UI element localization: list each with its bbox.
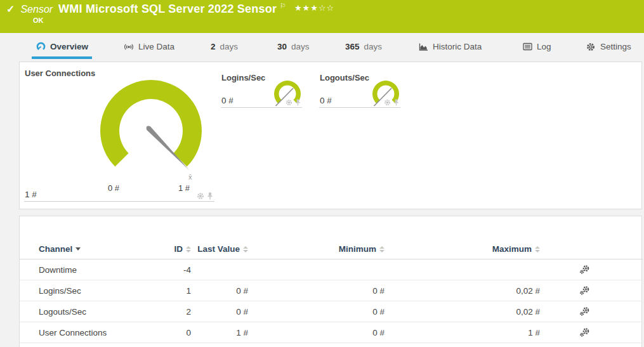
channels-table-panel: Channel ID Last Value Minimum Maximum	[19, 216, 642, 347]
status-ok-check-icon: ✓	[6, 3, 15, 15]
cell-channel: Logins/Sec	[39, 286, 172, 296]
priority-stars[interactable]: ★★★☆☆	[294, 3, 334, 13]
cell-channel: Downtime	[39, 265, 172, 275]
tab-historic-data-label: Historic Data	[433, 42, 482, 51]
sort-icon	[243, 246, 248, 252]
tab-log[interactable]: Log	[522, 33, 551, 60]
channel-settings-gears-icon[interactable]	[579, 285, 590, 296]
column-header-minimum[interactable]: Minimum	[248, 244, 384, 254]
tab-365-days-number: 365	[345, 42, 360, 51]
tab-overview-label: Overview	[50, 42, 88, 51]
status-badge: OK	[33, 16, 44, 24]
gauge-arc	[24, 67, 214, 202]
cell-channel: User Connections	[39, 328, 172, 337]
table-header-row: Channel ID Last Value Minimum Maximum	[20, 239, 643, 259]
table-row: Logins/Sec 1 0 # 0 # 0,02 #	[20, 280, 643, 301]
sort-icon	[186, 246, 191, 252]
channel-settings-gears-icon[interactable]	[579, 265, 590, 275]
cell-id: -4	[172, 265, 191, 275]
tab-365-days[interactable]: 365 days	[345, 33, 382, 60]
table-row: Logouts/Sec 2 0 # 0 # 0,02 #	[20, 301, 643, 322]
gauge-pin-icon[interactable]	[207, 192, 213, 200]
column-header-last-value[interactable]: Last Value	[191, 244, 248, 254]
overview-gauges-panel: User Connections 0 # 1 # x̄ 1 #	[19, 62, 642, 209]
column-header-channel[interactable]: Channel	[39, 244, 172, 254]
gauge-max-label: 1 #	[178, 183, 190, 193]
tab-30-days-unit: days	[291, 42, 310, 51]
gauge-settings-gear-icon[interactable]	[286, 99, 292, 106]
gauge-current-value: 0 #	[320, 96, 332, 105]
cell-last-value: 0 #	[191, 307, 248, 317]
gauge-icon	[36, 42, 46, 51]
gauge-settings-gear-icon[interactable]	[384, 99, 391, 106]
area-chart-icon	[418, 42, 428, 51]
tab-settings[interactable]: Settings	[586, 33, 631, 60]
gauge-settings-gear-icon[interactable]	[197, 192, 204, 200]
gauge-current-value: 1 #	[25, 190, 37, 199]
tab-30-days-number: 30	[277, 42, 287, 51]
gauge-logouts-sec[interactable]: Logouts/Sec 0 #	[319, 72, 400, 108]
gauge-current-value: 0 #	[221, 96, 233, 105]
flag-icon[interactable]: ⚐	[280, 2, 286, 10]
channels-table: Channel ID Last Value Minimum Maximum	[20, 239, 643, 343]
prtg-sensor-page: ✓ Sensor WMI Microsoft SQL Server 2022 S…	[0, 0, 644, 347]
cell-minimum: 0 #	[248, 286, 384, 296]
cell-maximum: 1 #	[384, 328, 540, 337]
channel-settings-gears-icon[interactable]	[579, 306, 590, 317]
tab-bar: Overview Live Data 2 days 30 days 365	[0, 33, 644, 62]
gauge-pin-icon[interactable]	[295, 99, 301, 106]
tab-2-days-number: 2	[211, 42, 216, 51]
tab-live-data[interactable]: Live Data	[124, 33, 174, 60]
log-list-icon	[522, 42, 532, 51]
cell-id: 1	[172, 286, 191, 296]
tab-live-data-label: Live Data	[138, 42, 174, 51]
column-header-maximum[interactable]: Maximum	[384, 244, 540, 254]
channel-settings-gears-icon[interactable]	[579, 327, 590, 337]
gear-icon	[586, 42, 596, 51]
table-row: User Connections 0 1 # 0 # 1 #	[20, 322, 643, 343]
sort-icon	[535, 246, 540, 252]
tab-overview[interactable]: Overview	[36, 33, 88, 60]
cell-id: 0	[172, 328, 191, 337]
cell-maximum: 0,02 #	[384, 286, 540, 296]
gauge-average-marker: x̄	[188, 173, 192, 181]
tab-historic-data[interactable]: Historic Data	[418, 33, 482, 60]
gauge-min-label: 0 #	[108, 183, 119, 193]
object-kind-label: Sensor	[20, 4, 53, 15]
table-row: Downtime -4	[20, 259, 643, 280]
gauge-user-connections[interactable]: User Connections 0 # 1 # x̄ 1 #	[24, 67, 214, 202]
gauge-pin-icon[interactable]	[393, 99, 399, 106]
column-header-id[interactable]: ID	[172, 244, 191, 254]
tab-365-days-unit: days	[364, 42, 383, 51]
page-title: WMI Microsoft SQL Server 2022 Sensor	[58, 3, 277, 16]
gauge-logins-sec[interactable]: Logins/Sec 0 #	[221, 72, 302, 108]
tab-settings-label: Settings	[600, 42, 631, 51]
tab-2-days[interactable]: 2 days	[211, 33, 238, 60]
broadcast-icon	[124, 42, 134, 51]
tab-log-label: Log	[537, 42, 551, 51]
cell-channel: Logouts/Sec	[39, 307, 172, 317]
tab-30-days[interactable]: 30 days	[277, 33, 310, 60]
sort-icon	[379, 246, 384, 252]
sensor-header: ✓ Sensor WMI Microsoft SQL Server 2022 S…	[0, 0, 644, 33]
cell-last-value: 0 #	[191, 286, 248, 296]
cell-minimum: 0 #	[248, 307, 384, 317]
cell-maximum: 0,02 #	[384, 307, 540, 317]
cell-id: 2	[172, 307, 191, 317]
cell-minimum: 0 #	[248, 328, 384, 337]
cell-last-value: 1 #	[191, 328, 248, 337]
tab-2-days-unit: days	[220, 42, 239, 51]
sort-desc-icon	[76, 247, 81, 251]
